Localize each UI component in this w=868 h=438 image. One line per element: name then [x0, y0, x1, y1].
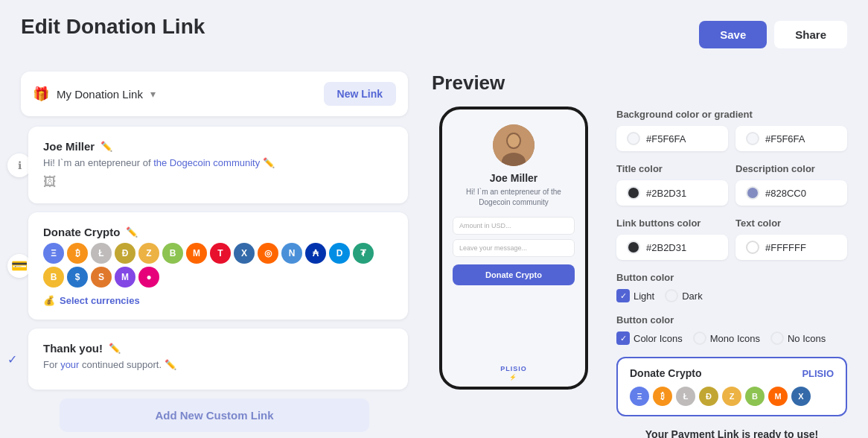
share-button[interactable]: Share: [774, 21, 847, 48]
thank-card-wrapper: ✓ Thank you! ✏️ For your continued suppo…: [21, 328, 408, 390]
wallet-icon: 💰: [43, 295, 55, 306]
icon-color-section: Button color Color Icons Mono Icons No I…: [616, 314, 847, 345]
phone-amount-input[interactable]: Amount in USD...: [453, 217, 575, 235]
image-icon[interactable]: 🖼: [43, 174, 393, 190]
text-color-value: #FFFFFF: [765, 242, 806, 253]
preview-card-brand: PLISIO: [802, 368, 834, 379]
edit-bio-icon[interactable]: ✏️: [263, 157, 275, 168]
plisio-logo: PLISIO: [500, 365, 527, 372]
donation-link-name: My Donation Link: [57, 88, 143, 101]
light-checkbox[interactable]: [616, 289, 630, 302]
desc-color-value: #828CC0: [765, 188, 806, 199]
preview-crypto-row: Ξ ₿ Ł Ð Z B M X: [630, 387, 834, 406]
nano-icon: N: [281, 243, 302, 264]
mono-icons-circle[interactable]: [693, 331, 706, 345]
preview-title: Preview: [432, 72, 505, 95]
phone-message-input[interactable]: Leave your message...: [453, 239, 575, 257]
payment-ready-text: Your Payment Link is ready to use!: [616, 428, 847, 438]
xmr-icon: M: [186, 243, 207, 264]
bg-color-value-1: #F5F6FA: [646, 133, 686, 145]
title-color-dot: [627, 186, 640, 200]
trx-icon: T: [210, 243, 231, 264]
no-icons-radio[interactable]: No Icons: [770, 331, 826, 345]
desc-color-dot: [746, 186, 759, 200]
link-btn-color-label: Link buttons color: [616, 218, 728, 229]
phone-footer: PLISIO ⚡: [494, 359, 533, 387]
donate-card-wrapper: 💳 Donate Crypto ✏️ Ξ ₿ Ł Ð Z: [21, 212, 408, 320]
bg-color-2[interactable]: #F5F6FA: [735, 126, 847, 151]
button-color-label: Button color: [616, 272, 847, 283]
right-panel: Preview Joe Miller Hi! I`m an entep: [432, 72, 847, 438]
phone-bio: Hi! I`m an entepreneur of the Dogecoin c…: [453, 187, 575, 208]
bg-color-dot-1: [627, 132, 640, 145]
edit-thank-icon[interactable]: ✏️: [109, 343, 121, 354]
light-radio[interactable]: Light: [616, 289, 654, 302]
checkmark-icon: ✓: [7, 352, 17, 366]
link-btn-color-value: #2B2D31: [646, 242, 686, 253]
phone-name: Joe Miller: [490, 172, 538, 184]
text-color-dot: [746, 241, 759, 254]
donate-card: Donate Crypto ✏️ Ξ ₿ Ł Ð Z B: [28, 212, 408, 320]
button-color-section: Button color Light Dark: [616, 272, 847, 302]
new-link-button[interactable]: New Link: [324, 82, 396, 106]
chevron-down-icon: ▾: [150, 88, 156, 100]
xrp-icon: X: [234, 243, 255, 264]
prev-xrp-icon: X: [791, 387, 811, 406]
link-btn-color-picker[interactable]: #2B2D31: [616, 235, 728, 260]
dark-radio[interactable]: Dark: [665, 289, 702, 302]
prev-eth-icon: Ξ: [630, 387, 649, 406]
no-icons-label: No Icons: [788, 333, 826, 344]
no-icons-circle[interactable]: [770, 331, 784, 345]
dot-icon: ●: [138, 267, 159, 288]
icon-color-label: Button color: [616, 314, 847, 326]
phone-donate-button[interactable]: Donate Crypto: [453, 264, 575, 285]
ada-icon: ₳: [305, 243, 326, 264]
prev-btc-icon: ₿: [653, 387, 672, 406]
color-icons-checkbox[interactable]: [616, 331, 630, 345]
thank-card-title: Thank you!: [43, 342, 103, 355]
add-custom-link-button[interactable]: Add New Custom Link: [60, 399, 369, 432]
bg-color-1[interactable]: #F5F6FA: [616, 126, 728, 151]
edit-name-icon[interactable]: ✏️: [100, 141, 112, 152]
prev-xmr-icon: M: [768, 387, 788, 406]
color-icons-radio[interactable]: Color Icons: [616, 331, 683, 345]
zec-icon: Z: [138, 243, 159, 264]
desc-color-picker[interactable]: #828CC0: [735, 180, 847, 206]
left-panel: 🎁 My Donation Link ▾ New Link ℹ Joe Mill…: [21, 72, 408, 438]
eth-icon: Ξ: [43, 243, 64, 264]
preview-column: Preview Joe Miller Hi! I`m an entep: [432, 72, 596, 438]
mono-icons-radio[interactable]: Mono Icons: [693, 331, 760, 345]
light-dark-group: Light Dark: [616, 289, 847, 302]
desc-color-label: Description color: [735, 163, 847, 174]
link-text-color-section: Link buttons color Text color #2B2D31 #F…: [616, 218, 847, 260]
prev-ltc-icon: Ł: [676, 387, 695, 406]
svg-point-2: [508, 134, 520, 147]
usdt-icon: ₮: [353, 243, 374, 264]
dark-label: Dark: [682, 291, 702, 302]
prev-bch-icon: B: [745, 387, 765, 406]
xmr2-icon: ◎: [258, 243, 278, 264]
title-color-picker[interactable]: #2B2D31: [616, 180, 728, 206]
edit-donate-icon[interactable]: ✏️: [126, 226, 138, 238]
title-color-label: Title color: [616, 163, 728, 174]
bg-color-value-2: #F5F6FA: [765, 133, 805, 145]
text-color-picker[interactable]: #FFFFFF: [735, 235, 847, 260]
thank-card-desc: For your continued support. ✏️: [43, 359, 393, 370]
donation-link-selector[interactable]: 🎁 My Donation Link ▾ New Link: [21, 72, 408, 116]
mono-icons-label: Mono Icons: [710, 333, 760, 344]
title-desc-color-section: Title color Description color #2B2D31 #8…: [616, 163, 847, 206]
dash-icon: D: [329, 243, 350, 264]
edit-thank-desc-icon[interactable]: ✏️: [165, 359, 176, 370]
bg-color-section: Background color or gradient #F5F6FA #F5…: [616, 109, 847, 151]
save-button[interactable]: Save: [699, 21, 767, 48]
info-card: Joe Miller ✏️ Hi! I`m an entepreneur of …: [28, 127, 408, 203]
btc-icon: ₿: [67, 243, 88, 264]
thank-card: Thank you! ✏️ For your continued support…: [28, 328, 408, 390]
light-label: Light: [634, 291, 654, 302]
doge-icon: Ð: [115, 243, 135, 264]
select-currencies-btn[interactable]: 💰 Select currencies: [43, 295, 393, 306]
dark-radio-circle[interactable]: [665, 289, 678, 302]
title-color-value: #2B2D31: [646, 188, 686, 199]
phone-mockup: Joe Miller Hi! I`m an entepreneur of the…: [439, 107, 588, 390]
page-title: Edit Donation Link: [21, 15, 205, 39]
